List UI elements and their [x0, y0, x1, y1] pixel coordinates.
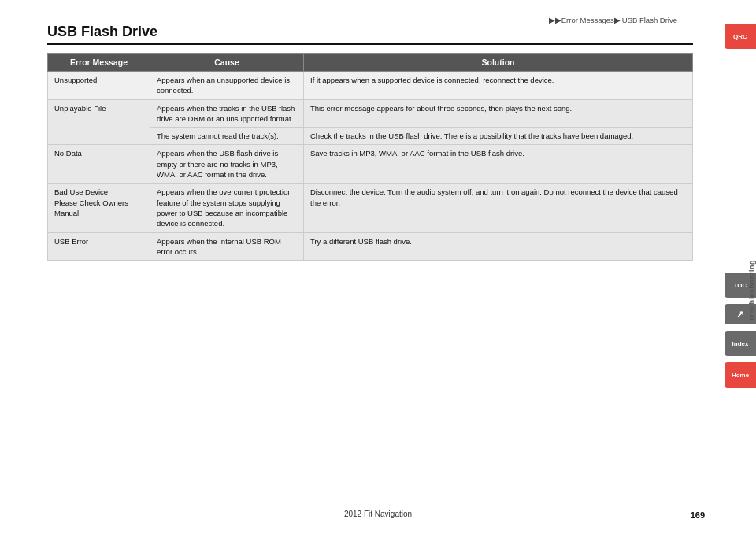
- cause-cell: Appears when the Internal USB ROM error …: [150, 232, 304, 261]
- col-header-error: Error Message: [48, 54, 150, 72]
- table-header-row: Error Message Cause Solution: [48, 54, 693, 72]
- qrc-tab[interactable]: QRC: [724, 24, 756, 49]
- page-container: ▶▶Error Messages▶ USB Flash Drive USB Fl…: [0, 0, 756, 534]
- cause-cell: Appears when an unsupported device is co…: [150, 72, 304, 100]
- solution-cell: If it appears when a supported device is…: [304, 72, 693, 100]
- page-footer: 2012 Fit Navigation: [47, 510, 709, 518]
- breadcrumb: ▶▶Error Messages▶ USB Flash Drive: [549, 16, 677, 24]
- right-sidebar: QRC Troubleshooting TOC ↗ Index Home: [709, 0, 756, 534]
- index-label: Index: [732, 340, 749, 347]
- solution-cell: Check the tracks in the USB flash drive.…: [304, 128, 693, 145]
- error-message-cell: USB Error: [48, 232, 150, 261]
- error-message-cell: Unsupported: [48, 72, 150, 100]
- page-title: USB Flash Drive: [47, 24, 693, 45]
- error-table: Error Message Cause Solution Unsupported…: [47, 53, 693, 261]
- table-row: Bad Use DevicePlease Check Owners Manual…: [48, 184, 693, 232]
- solution-cell: Disconnect the device. Turn the audio sy…: [304, 184, 693, 232]
- table-row: No Data Appears when the USB flash drive…: [48, 145, 693, 184]
- error-message-cell: Unplayable File: [48, 99, 150, 145]
- qrc-label: QRC: [733, 33, 747, 40]
- table-row: USB Error Appears when the Internal USB …: [48, 232, 693, 261]
- breadcrumb-text: ▶▶Error Messages▶: [549, 16, 621, 24]
- table-row: Unsupported Appears when an unsupported …: [48, 72, 693, 100]
- index-tab[interactable]: Index: [724, 331, 756, 356]
- solution-cell: Save tracks in MP3, WMA, or AAC format i…: [304, 145, 693, 184]
- home-label: Home: [732, 372, 749, 379]
- page-number: 169: [691, 510, 705, 520]
- solution-cell: Try a different USB flash drive.: [304, 232, 693, 261]
- error-message-cell: No Data: [48, 145, 150, 184]
- error-message-cell: Bad Use DevicePlease Check Owners Manual: [48, 184, 150, 232]
- cause-cell: The system cannot read the track(s).: [150, 128, 304, 145]
- cause-cell: Appears when the overcurrent protection …: [150, 184, 304, 232]
- toc-label: TOC: [734, 282, 747, 289]
- solution-cell: This error message appears for about thr…: [304, 99, 693, 128]
- col-header-solution: Solution: [304, 54, 693, 72]
- cause-cell: Appears when the USB flash drive is empt…: [150, 145, 304, 184]
- home-tab[interactable]: Home: [724, 362, 756, 388]
- breadcrumb-part2: USB Flash Drive: [622, 16, 677, 24]
- troubleshooting-label: Troubleshooting: [748, 260, 756, 321]
- table-row: Unplayable File Appears when the tracks …: [48, 99, 693, 128]
- col-header-cause: Cause: [150, 54, 304, 72]
- cause-cell: Appears when the tracks in the USB flash…: [150, 99, 304, 128]
- footer-text: 2012 Fit Navigation: [344, 510, 412, 518]
- share-icon: ↗: [736, 309, 744, 320]
